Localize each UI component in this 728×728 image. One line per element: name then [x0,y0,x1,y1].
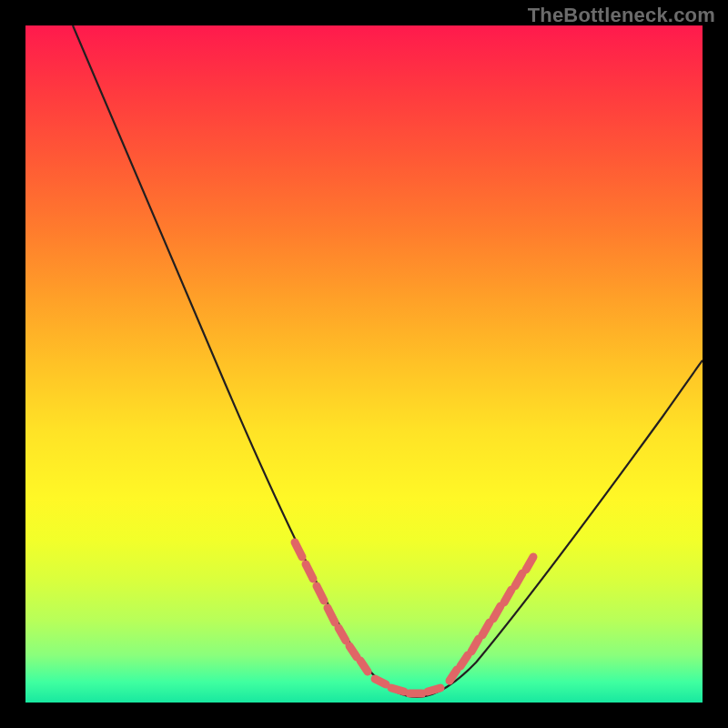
svg-line-13 [471,639,479,652]
bottleneck-curve-svg [25,25,703,703]
svg-line-1 [306,564,313,579]
svg-line-6 [360,661,368,672]
svg-line-7 [375,679,386,684]
marker-cluster-right [450,557,533,681]
svg-line-17 [515,573,522,586]
svg-line-11 [450,670,457,681]
watermark-text: TheBottleneck.com [528,4,715,27]
svg-line-2 [317,586,324,601]
bottleneck-curve-path [73,25,703,697]
svg-line-3 [328,608,335,622]
svg-line-18 [526,557,533,570]
svg-line-10 [428,688,440,692]
marker-cluster-left [295,542,368,672]
svg-line-15 [493,606,500,619]
svg-line-0 [295,542,302,557]
marker-cluster-bottom [375,679,440,693]
svg-line-4 [339,628,346,641]
svg-line-5 [349,646,357,657]
svg-line-16 [504,590,511,602]
plot-area [25,25,703,703]
svg-line-8 [391,688,404,692]
svg-line-12 [460,655,468,666]
chart-frame: TheBottleneck.com [0,0,728,728]
svg-line-14 [482,622,490,635]
